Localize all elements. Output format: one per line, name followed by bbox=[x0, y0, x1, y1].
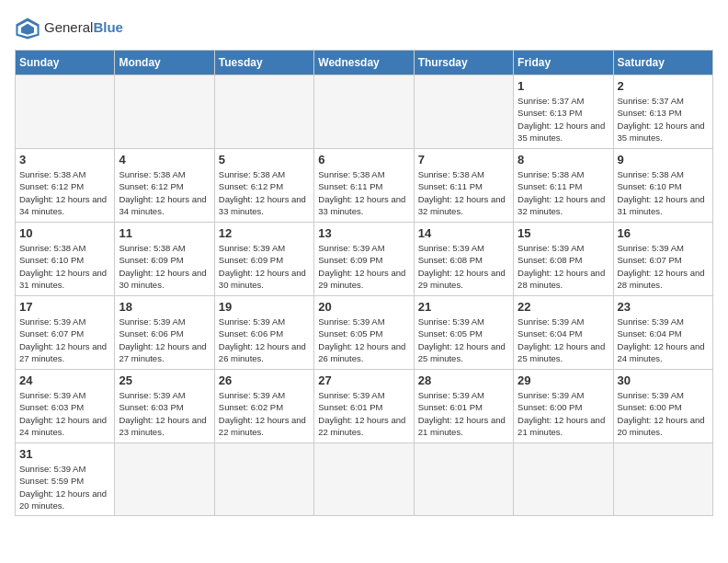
calendar-day-cell: 8Sunrise: 5:38 AM Sunset: 6:11 PM Daylig… bbox=[514, 149, 613, 223]
calendar-day-cell: 18Sunrise: 5:39 AM Sunset: 6:06 PM Dayli… bbox=[115, 296, 214, 370]
day-info: Sunrise: 5:39 AM Sunset: 6:09 PM Dayligh… bbox=[219, 242, 310, 291]
day-info: Sunrise: 5:39 AM Sunset: 6:02 PM Dayligh… bbox=[219, 389, 310, 438]
weekday-header-row: SundayMondayTuesdayWednesdayThursdayFrid… bbox=[16, 51, 713, 75]
day-number: 13 bbox=[318, 226, 409, 240]
day-info: Sunrise: 5:38 AM Sunset: 6:12 PM Dayligh… bbox=[219, 168, 310, 217]
day-number: 21 bbox=[418, 300, 509, 314]
calendar-day-cell: 11Sunrise: 5:38 AM Sunset: 6:09 PM Dayli… bbox=[115, 223, 214, 296]
day-number: 11 bbox=[119, 226, 210, 240]
day-info: Sunrise: 5:39 AM Sunset: 6:04 PM Dayligh… bbox=[618, 316, 709, 364]
calendar-week-row: 3Sunrise: 5:38 AM Sunset: 6:12 PM Daylig… bbox=[16, 149, 713, 223]
day-number: 29 bbox=[518, 373, 609, 387]
day-info: Sunrise: 5:39 AM Sunset: 6:07 PM Dayligh… bbox=[19, 316, 110, 364]
day-number: 10 bbox=[19, 226, 110, 240]
weekday-header-monday: Monday bbox=[115, 51, 214, 75]
calendar-day-cell: 21Sunrise: 5:39 AM Sunset: 6:05 PM Dayli… bbox=[414, 296, 513, 370]
day-number: 1 bbox=[518, 79, 609, 93]
calendar-day-cell bbox=[16, 75, 115, 149]
day-number: 6 bbox=[318, 153, 409, 167]
calendar-day-cell: 28Sunrise: 5:39 AM Sunset: 6:01 PM Dayli… bbox=[414, 370, 513, 443]
day-info: Sunrise: 5:37 AM Sunset: 6:13 PM Dayligh… bbox=[518, 95, 609, 144]
calendar-day-cell: 12Sunrise: 5:39 AM Sunset: 6:09 PM Dayli… bbox=[214, 223, 313, 296]
calendar-week-row: 1Sunrise: 5:37 AM Sunset: 6:13 PM Daylig… bbox=[16, 75, 713, 149]
calendar-day-cell bbox=[214, 443, 313, 516]
calendar-day-cell: 13Sunrise: 5:39 AM Sunset: 6:09 PM Dayli… bbox=[314, 223, 414, 296]
day-info: Sunrise: 5:39 AM Sunset: 5:59 PM Dayligh… bbox=[19, 463, 110, 511]
calendar-day-cell: 27Sunrise: 5:39 AM Sunset: 6:01 PM Dayli… bbox=[314, 370, 414, 443]
day-info: Sunrise: 5:39 AM Sunset: 6:03 PM Dayligh… bbox=[19, 389, 110, 438]
calendar-day-cell bbox=[613, 443, 712, 516]
calendar-week-row: 17Sunrise: 5:39 AM Sunset: 6:07 PM Dayli… bbox=[16, 296, 713, 370]
day-number: 22 bbox=[518, 300, 609, 314]
day-info: Sunrise: 5:39 AM Sunset: 6:03 PM Dayligh… bbox=[119, 389, 210, 438]
calendar-day-cell bbox=[214, 75, 313, 149]
day-number: 8 bbox=[518, 153, 609, 167]
calendar-week-row: 31Sunrise: 5:39 AM Sunset: 5:59 PM Dayli… bbox=[16, 443, 713, 516]
day-number: 14 bbox=[418, 226, 509, 240]
calendar-day-cell: 24Sunrise: 5:39 AM Sunset: 6:03 PM Dayli… bbox=[16, 370, 115, 443]
day-info: Sunrise: 5:39 AM Sunset: 6:05 PM Dayligh… bbox=[318, 316, 409, 364]
day-info: Sunrise: 5:38 AM Sunset: 6:10 PM Dayligh… bbox=[19, 242, 110, 291]
day-number: 12 bbox=[219, 226, 310, 240]
day-number: 9 bbox=[618, 153, 709, 167]
day-info: Sunrise: 5:38 AM Sunset: 6:11 PM Dayligh… bbox=[318, 168, 409, 217]
day-number: 26 bbox=[219, 373, 310, 387]
calendar-week-row: 10Sunrise: 5:38 AM Sunset: 6:10 PM Dayli… bbox=[16, 223, 713, 296]
weekday-header-thursday: Thursday bbox=[414, 51, 513, 75]
day-info: Sunrise: 5:39 AM Sunset: 6:06 PM Dayligh… bbox=[219, 316, 310, 364]
calendar-day-cell: 22Sunrise: 5:39 AM Sunset: 6:04 PM Dayli… bbox=[514, 296, 613, 370]
calendar-week-row: 24Sunrise: 5:39 AM Sunset: 6:03 PM Dayli… bbox=[16, 370, 713, 443]
calendar-day-cell: 7Sunrise: 5:38 AM Sunset: 6:11 PM Daylig… bbox=[414, 149, 513, 223]
day-number: 5 bbox=[219, 153, 310, 167]
day-number: 15 bbox=[518, 226, 609, 240]
day-info: Sunrise: 5:38 AM Sunset: 6:12 PM Dayligh… bbox=[19, 168, 110, 217]
day-number: 3 bbox=[19, 153, 110, 167]
day-info: Sunrise: 5:39 AM Sunset: 6:08 PM Dayligh… bbox=[518, 242, 609, 291]
page-header: GeneralBlue bbox=[15, 15, 713, 40]
weekday-header-tuesday: Tuesday bbox=[214, 51, 313, 75]
calendar-day-cell bbox=[115, 75, 214, 149]
calendar-day-cell: 16Sunrise: 5:39 AM Sunset: 6:07 PM Dayli… bbox=[613, 223, 712, 296]
calendar-day-cell: 19Sunrise: 5:39 AM Sunset: 6:06 PM Dayli… bbox=[214, 296, 313, 370]
calendar-day-cell: 31Sunrise: 5:39 AM Sunset: 5:59 PM Dayli… bbox=[16, 443, 115, 516]
logo: GeneralBlue bbox=[15, 15, 123, 40]
calendar-day-cell bbox=[514, 443, 613, 516]
day-info: Sunrise: 5:39 AM Sunset: 6:08 PM Dayligh… bbox=[418, 242, 509, 291]
day-info: Sunrise: 5:38 AM Sunset: 6:11 PM Dayligh… bbox=[418, 168, 509, 217]
weekday-header-saturday: Saturday bbox=[613, 51, 712, 75]
calendar-day-cell: 25Sunrise: 5:39 AM Sunset: 6:03 PM Dayli… bbox=[115, 370, 214, 443]
day-number: 31 bbox=[19, 447, 110, 461]
calendar-day-cell bbox=[314, 443, 414, 516]
calendar-day-cell: 3Sunrise: 5:38 AM Sunset: 6:12 PM Daylig… bbox=[16, 149, 115, 223]
calendar-day-cell: 17Sunrise: 5:39 AM Sunset: 6:07 PM Dayli… bbox=[16, 296, 115, 370]
day-info: Sunrise: 5:39 AM Sunset: 6:01 PM Dayligh… bbox=[318, 389, 409, 438]
day-info: Sunrise: 5:38 AM Sunset: 6:11 PM Dayligh… bbox=[518, 168, 609, 217]
calendar-day-cell bbox=[414, 75, 513, 149]
day-info: Sunrise: 5:39 AM Sunset: 6:00 PM Dayligh… bbox=[518, 389, 609, 438]
calendar-day-cell: 26Sunrise: 5:39 AM Sunset: 6:02 PM Dayli… bbox=[214, 370, 313, 443]
calendar-day-cell bbox=[314, 75, 414, 149]
weekday-header-sunday: Sunday bbox=[16, 51, 115, 75]
calendar-day-cell: 5Sunrise: 5:38 AM Sunset: 6:12 PM Daylig… bbox=[214, 149, 313, 223]
calendar-day-cell: 2Sunrise: 5:37 AM Sunset: 6:13 PM Daylig… bbox=[613, 75, 712, 149]
day-number: 16 bbox=[618, 226, 709, 240]
day-number: 20 bbox=[318, 300, 409, 314]
day-info: Sunrise: 5:39 AM Sunset: 6:00 PM Dayligh… bbox=[618, 389, 709, 438]
day-number: 17 bbox=[19, 300, 110, 314]
calendar-day-cell: 20Sunrise: 5:39 AM Sunset: 6:05 PM Dayli… bbox=[314, 296, 414, 370]
day-info: Sunrise: 5:38 AM Sunset: 6:12 PM Dayligh… bbox=[119, 168, 210, 217]
logo-text: GeneralBlue bbox=[44, 19, 123, 36]
day-number: 2 bbox=[618, 79, 709, 93]
calendar-day-cell: 23Sunrise: 5:39 AM Sunset: 6:04 PM Dayli… bbox=[613, 296, 712, 370]
day-number: 30 bbox=[618, 373, 709, 387]
day-info: Sunrise: 5:39 AM Sunset: 6:06 PM Dayligh… bbox=[119, 316, 210, 364]
day-number: 4 bbox=[119, 153, 210, 167]
day-info: Sunrise: 5:39 AM Sunset: 6:09 PM Dayligh… bbox=[318, 242, 409, 291]
day-info: Sunrise: 5:39 AM Sunset: 6:01 PM Dayligh… bbox=[418, 389, 509, 438]
generalblue-logo-icon bbox=[15, 15, 40, 40]
calendar-day-cell: 15Sunrise: 5:39 AM Sunset: 6:08 PM Dayli… bbox=[514, 223, 613, 296]
calendar-day-cell: 4Sunrise: 5:38 AM Sunset: 6:12 PM Daylig… bbox=[115, 149, 214, 223]
day-number: 7 bbox=[418, 153, 509, 167]
weekday-header-friday: Friday bbox=[514, 51, 613, 75]
day-number: 23 bbox=[618, 300, 709, 314]
